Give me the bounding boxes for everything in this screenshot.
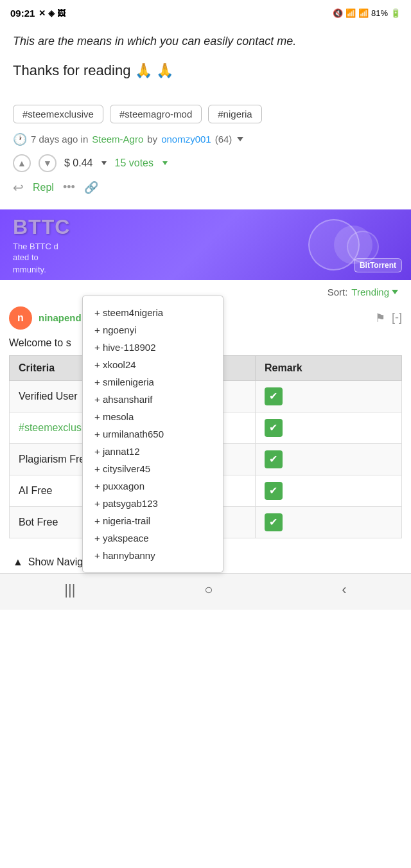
voter-item-2: + ngoenyi [94,321,211,339]
sort-label: Sort: [328,287,348,297]
status-bar: 09:21 ✕ ◈ 🖼 🔇 📶 📶 81% 🔋 [0,0,411,26]
nav-menu-button[interactable]: ||| [64,581,75,598]
remark-bot: ✔ [255,506,401,538]
voter-item-1: + steem4nigeria [94,304,211,321]
battery-level: 81% [371,8,388,18]
thanks-text: Thanks for reading 🙏 🙏 [13,62,398,79]
more-icon[interactable]: ••• [63,181,75,194]
signal-icon: 📶 [358,8,369,18]
welcome-text-content: Welcome to s [9,337,71,348]
link-icon[interactable]: 🔗 [84,181,98,195]
check-verified: ✔ [265,387,283,405]
tag-steemexclusive[interactable]: #steemexclusive [13,105,103,123]
reply-button[interactable]: Repl [33,182,54,193]
check-ai: ✔ [265,482,283,500]
voter-item-14: + yakspeace [94,529,211,547]
action-row: ↩ Repl ••• 🔗 [13,180,398,200]
tag-nigeria[interactable]: #nigeria [208,105,261,123]
by-label: by [147,134,157,145]
bttc-banner[interactable]: BTTC The BTTC democratic ated to mmunity… [0,209,411,280]
votes-chevron-icon[interactable] [162,161,168,165]
status-icons: ✕ ◈ 🖼 [39,8,65,18]
remark-ai: ✔ [255,475,401,506]
collapse-icon[interactable]: [-] [392,311,402,324]
voter-item-6: + ahsansharif [94,391,211,408]
nav-back-button[interactable]: ‹ [342,581,346,598]
voter-item-10: + citysilver45 [94,460,211,477]
bittorrent-badge: BitTorrent [354,258,402,272]
battery-icon: 🔋 [390,8,401,18]
vote-row: ▲ ▼ $ 0.44 15 votes [13,154,398,172]
status-time: 09:21 [10,8,35,19]
voter-item-3: + hive-118902 [94,339,211,356]
nav-arrow-icon: ▲ [13,556,23,568]
time-ago: 7 days ago in [31,134,88,145]
voter-item-7: + mesola [94,408,211,425]
bottom-nav: ||| ○ ‹ [0,573,411,610]
tags-row: #steemexclusive #steemagro-mod #nigeria [13,105,398,123]
dollar-amount: $ 0.44 [64,157,92,169]
voter-item-5: + smilenigeria [94,373,211,391]
upvote-button[interactable]: ▲ [13,154,31,172]
nav-home-button[interactable]: ○ [204,581,213,598]
clock-icon: 🕐 [13,132,27,146]
community-link[interactable]: Steem-Agro [92,134,143,145]
voter-item-4: + xkool24 [94,356,211,373]
comment-author[interactable]: ninapend [39,312,82,323]
col-remark: Remark [255,355,401,380]
voter-item-12: + patsygab123 [94,495,211,512]
voter-item-11: + puxxagon [94,477,211,495]
voters-dropdown: + steem4nigeria + ngoenyi + hive-118902 … [82,296,223,572]
share-icon[interactable]: ↩ [13,180,24,195]
author-link[interactable]: onomzy001 [161,134,211,145]
sort-chevron-icon[interactable] [392,290,398,294]
author-score: (64) [215,134,232,145]
remark-verified: ✔ [255,380,401,412]
check-bot: ✔ [265,513,283,531]
intro-text: This are the means in which you can easi… [13,32,398,51]
check-plagiarism: ✔ [265,450,283,468]
voter-item-15: + hannybanny [94,547,211,564]
dollar-chevron-icon[interactable] [101,161,107,165]
meta-row: 🕐 7 days ago in Steem-Agro by onomzy001 … [13,132,398,146]
voter-item-9: + jannat12 [94,443,211,460]
voter-item-13: + nigeria-trail [94,512,211,529]
flag-icon[interactable]: ⚑ [375,311,385,325]
comment-author-block: ninapend [39,312,82,324]
downvote-button[interactable]: ▼ [39,154,57,172]
avatar: n [9,306,32,330]
voter-item-8: + urmilanath650 [94,425,211,443]
tag-steemagro[interactable]: #steemagro-mod [110,105,202,123]
content-area: This are the means in which you can easi… [0,26,411,209]
remark-steemexclusive: ✔ [255,412,401,443]
author-chevron-icon[interactable] [237,137,243,141]
banner-title-main: BTTC [13,215,70,238]
remark-plagiarism: ✔ [255,443,401,475]
wifi-icon: 📶 [345,8,356,18]
mute-icon: 🔇 [333,8,343,18]
votes-count: 15 votes [114,157,153,169]
check-steemexclusive: ✔ [265,419,283,437]
sort-value[interactable]: Trending [351,287,389,297]
